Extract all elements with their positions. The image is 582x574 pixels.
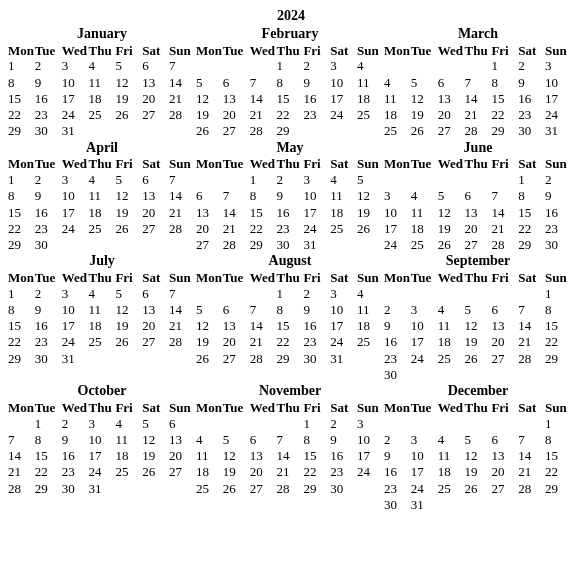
day-cell: 21: [277, 464, 304, 480]
week-row: 18192021222324: [196, 464, 384, 480]
day-cell: [250, 286, 277, 302]
day-cell: 10: [384, 205, 411, 221]
day-cell: 29: [250, 237, 277, 253]
day-cell: 7: [250, 75, 277, 91]
month-name: January: [8, 26, 196, 43]
day-cell: [518, 367, 545, 383]
day-cell: 6: [465, 188, 492, 204]
day-cell: 2: [518, 58, 545, 74]
day-cell: 1: [545, 416, 572, 432]
day-cell: 20: [142, 91, 169, 107]
day-cell: 10: [357, 432, 384, 448]
day-cell: 31: [62, 123, 89, 139]
day-header: Thu: [277, 400, 304, 416]
day-cell: 10: [411, 318, 438, 334]
day-cell: [169, 351, 196, 367]
day-cell: 10: [62, 188, 89, 204]
day-header: Sat: [330, 43, 357, 59]
day-cell: 19: [223, 464, 250, 480]
day-header: Mon: [196, 400, 223, 416]
day-cell: 24: [384, 237, 411, 253]
day-cell: 25: [357, 334, 384, 350]
day-cell: [169, 481, 196, 497]
day-cell: 16: [384, 464, 411, 480]
day-cell: 27: [196, 237, 223, 253]
day-cell: 23: [545, 221, 572, 237]
day-cell: 12: [465, 448, 492, 464]
day-cell: 29: [277, 123, 304, 139]
day-cell: 6: [491, 432, 518, 448]
month-january: JanuaryMonTueWedThuFriSatSun123456789101…: [8, 26, 196, 140]
week-row: 262728293031: [196, 351, 384, 367]
day-cell: 23: [303, 107, 330, 123]
week-row: 1234: [196, 286, 384, 302]
week-row: 567891011: [196, 302, 384, 318]
day-cell: 27: [438, 123, 465, 139]
day-header: Thu: [277, 43, 304, 59]
day-cell: 24: [330, 334, 357, 350]
day-cell: 7: [169, 58, 196, 74]
week-row: 23242526272829: [384, 351, 572, 367]
day-cell: 28: [169, 334, 196, 350]
day-header: Wed: [438, 400, 465, 416]
calendar-grid: JanuaryMonTueWedThuFriSatSun123456789101…: [8, 26, 574, 513]
day-cell: 31: [62, 351, 89, 367]
week-row: 78910111213: [8, 432, 196, 448]
week-row: 891011121314: [8, 75, 196, 91]
day-cell: 23: [518, 107, 545, 123]
week-row: 1234567: [8, 172, 196, 188]
day-cell: [223, 416, 250, 432]
month-december: DecemberMonTueWedThuFriSatSun12345678910…: [384, 383, 572, 513]
day-cell: 26: [465, 481, 492, 497]
day-cell: 5: [115, 172, 142, 188]
week-row: 26272829: [196, 123, 384, 139]
day-cell: [518, 416, 545, 432]
day-cell: 24: [62, 334, 89, 350]
day-cell: 1: [518, 172, 545, 188]
day-cell: 11: [384, 91, 411, 107]
day-cell: [142, 123, 169, 139]
day-cell: 21: [8, 464, 35, 480]
day-cell: 9: [35, 188, 62, 204]
day-cell: 12: [142, 432, 169, 448]
month-name: March: [384, 26, 572, 43]
day-cell: 8: [35, 432, 62, 448]
day-cell: 23: [62, 464, 89, 480]
day-cell: [303, 123, 330, 139]
day-header: Sat: [518, 270, 545, 286]
day-cell: 13: [223, 318, 250, 334]
day-cell: 2: [330, 416, 357, 432]
day-cell: 24: [411, 351, 438, 367]
day-cell: 21: [465, 107, 492, 123]
day-cell: 3: [411, 302, 438, 318]
day-cell: 2: [277, 172, 304, 188]
day-header: Sat: [330, 400, 357, 416]
week-row: 293031: [8, 351, 196, 367]
day-cell: 19: [115, 205, 142, 221]
day-header: Fri: [491, 400, 518, 416]
day-cell: 10: [62, 302, 89, 318]
day-cell: 30: [35, 351, 62, 367]
day-header: Mon: [8, 43, 35, 59]
day-cell: 7: [169, 172, 196, 188]
day-cell: 8: [250, 188, 277, 204]
day-header: Sun: [545, 43, 572, 59]
week-row: 1: [384, 416, 572, 432]
day-cell: [384, 416, 411, 432]
day-cell: 11: [330, 188, 357, 204]
day-cell: 17: [357, 448, 384, 464]
day-cell: 17: [411, 464, 438, 480]
day-cell: [357, 237, 384, 253]
day-cell: [545, 367, 572, 383]
day-cell: 3: [303, 172, 330, 188]
day-cell: 4: [357, 286, 384, 302]
day-cell: 29: [35, 481, 62, 497]
day-cell: 30: [545, 237, 572, 253]
day-cell: 16: [330, 448, 357, 464]
day-cell: [169, 237, 196, 253]
day-cell: 11: [115, 432, 142, 448]
year-title: 2024: [8, 8, 574, 24]
month-table: MonTueWedThuFriSatSun1234567891011121314…: [384, 270, 572, 383]
day-cell: 18: [89, 318, 116, 334]
day-cell: 11: [438, 318, 465, 334]
